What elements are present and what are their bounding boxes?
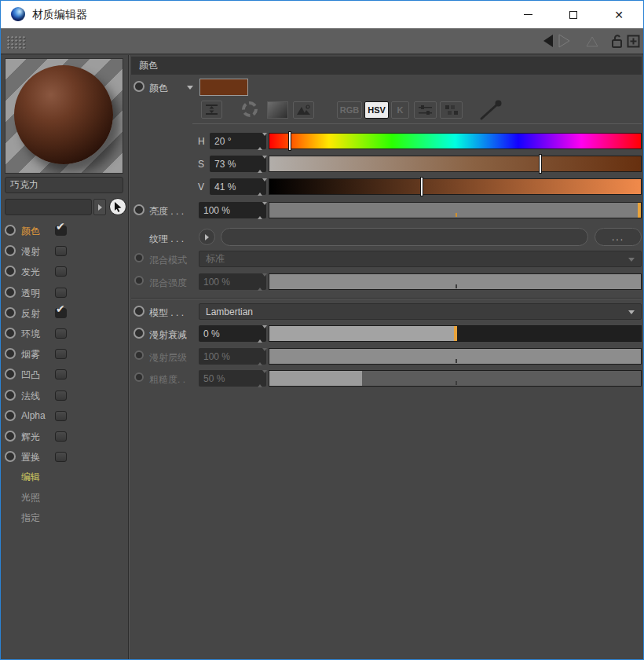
channel-label[interactable]: 凹凸 (21, 368, 40, 382)
channel-checkbox[interactable] (55, 328, 67, 339)
channel-radio[interactable] (5, 287, 16, 298)
channel-label[interactable]: 颜色 (21, 225, 40, 238)
channel-label[interactable]: 环境 (21, 328, 40, 341)
stepper-icon[interactable] (258, 182, 263, 192)
brightness-slider-handle[interactable] (638, 203, 641, 218)
channel-label[interactable]: 漫射 (21, 245, 40, 258)
channel-row-bump[interactable]: 凹凸 (1, 365, 126, 383)
channel-checkbox[interactable] (55, 431, 67, 442)
close-button[interactable]: ✕ (601, 1, 637, 28)
channel-label[interactable]: 烟雾 (21, 348, 40, 361)
channel-checkbox[interactable] (55, 390, 67, 401)
channel-row-displacement[interactable]: 置换 (1, 448, 126, 465)
texture-browse-button[interactable]: ... (595, 228, 642, 246)
hue-slider[interactable] (269, 133, 642, 149)
color-wheel-icon[interactable] (242, 101, 258, 117)
k-mode-button[interactable]: K (391, 101, 409, 119)
image-picker-button[interactable] (293, 101, 314, 119)
nav-forward-icon[interactable] (556, 34, 573, 48)
channel-radio[interactable] (5, 410, 16, 421)
diffuse-falloff-slider-handle[interactable] (454, 326, 457, 341)
channel-checkbox[interactable] (55, 452, 67, 462)
channel-radio[interactable] (5, 245, 16, 256)
channel-label[interactable]: 反射 (21, 307, 40, 321)
brightness-slider[interactable] (269, 202, 642, 218)
maximize-button[interactable] (555, 1, 591, 28)
channel-row-diffusion[interactable]: 漫射 (1, 242, 126, 259)
reference-expand-button[interactable] (93, 199, 106, 215)
material-preview[interactable] (5, 58, 123, 174)
channel-radio[interactable] (5, 390, 16, 401)
channel-row-glow[interactable]: 辉光 (1, 427, 126, 445)
value-value-field[interactable]: 41 % (210, 178, 266, 195)
channel-row-luminance[interactable]: 发光 (1, 262, 126, 280)
saturation-slider-handle[interactable] (539, 154, 542, 174)
channel-row-reflectance[interactable]: 反射 ✔ (1, 304, 126, 321)
lock-icon[interactable] (610, 33, 624, 49)
channel-label[interactable]: 辉光 (21, 431, 40, 444)
compact-mode-button[interactable] (201, 101, 222, 119)
channel-label[interactable]: 置换 (21, 451, 40, 464)
channel-row-transparency[interactable]: 透明 (1, 284, 126, 301)
channel-row-environment[interactable]: 环境 (1, 324, 126, 342)
channel-checkbox[interactable] (55, 288, 67, 298)
hue-value-field[interactable]: 20 ° (210, 133, 266, 149)
channel-radio[interactable] (5, 368, 16, 380)
material-name-field[interactable]: 巧克力 (5, 177, 123, 193)
diffuse-falloff-value-field[interactable]: 0 % (199, 325, 266, 342)
page-edit[interactable]: 编辑 (1, 468, 126, 486)
channel-checkbox[interactable] (55, 266, 67, 277)
channel-label[interactable]: Alpha (21, 410, 46, 421)
color-collapse-icon[interactable] (187, 86, 193, 90)
swatches-mode-button[interactable] (440, 101, 463, 119)
nav-up-icon[interactable] (585, 36, 599, 47)
mixer-mode-button[interactable] (414, 101, 437, 119)
titlebar[interactable]: 材质编辑器 ✕ (1, 1, 643, 28)
value-slider-handle[interactable] (420, 177, 423, 196)
brightness-value-field[interactable]: 100 % (199, 202, 266, 218)
channel-radio[interactable] (5, 431, 16, 442)
spectrum-icon[interactable] (267, 101, 288, 119)
page-illumination[interactable]: 光照 (1, 489, 126, 506)
hsv-mode-button[interactable]: HSV (364, 101, 389, 119)
channel-radio[interactable] (5, 266, 16, 277)
stepper-icon[interactable] (258, 205, 263, 216)
channel-label[interactable]: 发光 (21, 266, 40, 279)
hue-slider-handle[interactable] (288, 131, 291, 151)
stepper-icon[interactable] (258, 136, 263, 147)
texture-expand-button[interactable] (199, 229, 215, 245)
pick-material-button[interactable] (109, 198, 126, 215)
diffuse-falloff-slider[interactable] (269, 325, 642, 342)
channel-row-alpha[interactable]: Alpha (1, 407, 126, 424)
texture-path-field[interactable] (221, 228, 588, 246)
channel-checkbox[interactable] (55, 246, 67, 256)
channel-radio[interactable] (5, 328, 16, 339)
rgb-mode-button[interactable]: RGB (337, 101, 362, 119)
color-swatch[interactable] (199, 79, 248, 96)
channel-radio[interactable] (5, 451, 16, 462)
saturation-value-field[interactable]: 73 % (210, 156, 266, 172)
toolbar-grip-handle[interactable] (6, 35, 26, 49)
value-slider[interactable] (269, 178, 642, 195)
channel-radio[interactable] (5, 225, 16, 236)
float-window-icon[interactable] (627, 35, 640, 48)
channel-row-normal[interactable]: 法线 (1, 387, 126, 404)
eyedropper-icon[interactable] (477, 98, 505, 122)
channel-row-fog[interactable]: 烟雾 (1, 345, 126, 362)
reference-field[interactable] (5, 199, 92, 215)
stepper-icon[interactable] (258, 328, 263, 339)
color-enable-radio[interactable] (134, 81, 145, 92)
stepper-icon[interactable] (258, 159, 263, 170)
minimize-button[interactable] (510, 1, 546, 28)
page-assign[interactable]: 指定 (1, 509, 126, 526)
channel-checkbox[interactable] (55, 349, 67, 359)
channel-radio[interactable] (5, 348, 16, 359)
model-dropdown[interactable]: Lambertian (199, 303, 642, 320)
channel-label[interactable]: 法线 (21, 390, 40, 403)
channel-radio[interactable] (5, 307, 16, 318)
channel-row-color[interactable]: 颜色 ✔ (1, 222, 126, 239)
brightness-radio[interactable] (134, 204, 145, 215)
model-radio[interactable] (134, 306, 145, 317)
channel-label[interactable]: 透明 (21, 287, 40, 300)
diffuse-falloff-radio[interactable] (134, 328, 145, 339)
